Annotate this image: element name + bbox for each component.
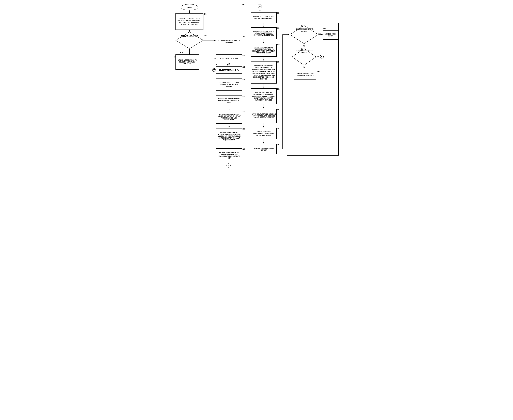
box-232-text: SYNCHRONIZE SPECIFIC SEQUENCES FROM CURR… xyxy=(252,92,276,101)
box-214-text: OPEN IMAGING FOLDER FOR REVIEW OF THE ME… xyxy=(217,82,241,87)
connector-b2: B xyxy=(212,68,216,72)
box-234: APPLY COMPUTERIZED DECISION SUPPORT TOOL… xyxy=(251,109,277,123)
connector-a2-label: A xyxy=(228,165,229,166)
diamond-240: SHOULD DATA WITHIN THE ELECTRONIC WORKFL… xyxy=(290,25,319,44)
num-228: 228 xyxy=(277,44,280,45)
box-222: RECEIVE SELECTION OF THE IMAGING PLANE(S… xyxy=(216,148,242,162)
box-244: SAVE THE COMPLETED WORKFLOW TEMPLATE xyxy=(294,69,316,80)
start-oval: START xyxy=(181,4,198,10)
num-232: 232 xyxy=(277,88,280,90)
num-230: 230 xyxy=(277,61,280,63)
connector-a2: A xyxy=(226,164,231,167)
num-216: 216 xyxy=(242,96,245,97)
box-214: OPEN IMAGING FOLDER FOR REVIEW OF THE ME… xyxy=(216,78,242,91)
num-202: 202 xyxy=(204,13,206,15)
num-206: 206 xyxy=(242,36,245,37)
box-224-text: RECEIVE SELECTION OF THE IMAGING DISPLAY… xyxy=(252,16,276,20)
num-244: 244 xyxy=(317,71,319,72)
no-label-204: NO xyxy=(201,39,203,40)
box-224: RECEIVE SELECTION OF THE IMAGING DISPLAY… xyxy=(251,12,277,23)
num-246: 246 xyxy=(323,28,326,30)
box-206: ACCESS EXISTING WORKFLOW TEMPLATE xyxy=(216,36,242,47)
box-212: SELECT PATIENT AND EXAM xyxy=(216,66,242,74)
num-226: 226 xyxy=(277,27,280,29)
box-212-text: SELECT PATIENT AND EXAM xyxy=(219,69,239,71)
start-label: START xyxy=(187,7,192,8)
num-224: 224 xyxy=(277,12,280,14)
yes-label-242: YES xyxy=(303,66,305,68)
box-220-text: RECEIVE SELECTION OF A SPECIFIC HANGING … xyxy=(217,132,241,141)
num-220: 220 xyxy=(242,128,245,130)
connector-b: B xyxy=(320,55,324,59)
no-label-242: NO xyxy=(317,56,319,58)
box-210-text: START DATA COLLECTION xyxy=(220,58,238,59)
yes-label-204: YES xyxy=(180,52,183,53)
num-238: 238 xyxy=(277,144,280,146)
box-218-text: RETRIEVE IMAGING STUDIES AND/OR REPORTS … xyxy=(217,113,241,121)
box-216: ACCESS AND DISPLAY PATIENT DEMOGRAPHIC A… xyxy=(216,96,242,106)
box-236: SAVE ELECTRONIC ANNOTATIONS FOR STORAGE … xyxy=(251,128,277,139)
box-226: RECEIVE SELECTION OF THE NAVIGATION SPEE… xyxy=(251,27,277,39)
box-238-text: GENERATE AN ELECTRONIC REPORT xyxy=(252,147,276,151)
num-214: 214 xyxy=(242,78,245,80)
box-244-text: SAVE THE COMPLETED WORKFLOW TEMPLATE xyxy=(295,72,315,76)
box-208: UTILIZE A BEST GUESS TO SELECT A WORKFLO… xyxy=(175,54,199,70)
diamond-240-text: SHOULD DATA WITHIN THE ELECTRONIC WORKFL… xyxy=(294,27,314,32)
box-234-text: APPLY COMPUTERIZED DECISION SUPPORT TOOL… xyxy=(252,113,276,119)
diamond-242: IS THE DATA COLLECTION FINALIZED xyxy=(292,48,316,66)
box-202: DISPLAY A GRAPHICAL USER INTERFACE HAVIN… xyxy=(175,13,203,30)
box-208-text: UTILIZE A BEST GUESS TO SELECT A WORKFLO… xyxy=(176,59,198,65)
box-228: SELECT SPECIFIC IMAGING PROCESS PARAMETE… xyxy=(251,44,277,57)
box-228-text: SELECT SPECIFIC IMAGING PROCESS PARAMETE… xyxy=(252,46,276,54)
box-230-text: HIGHLIGHT THE INDIVIDUAL IMAGES ACCORDIN… xyxy=(252,65,276,80)
connector-b2-label: B xyxy=(213,69,214,71)
num-234: 234 xyxy=(277,109,280,110)
box-218: RETRIEVE IMAGING STUDIES AND/OR REPORTS … xyxy=(216,111,242,124)
box-216-text: ACCESS AND DISPLAY PATIENT DEMOGRAPHIC A… xyxy=(217,98,241,104)
connector-b-label: B xyxy=(321,56,322,58)
num-204: 204 xyxy=(204,35,206,36)
yes-label-240: YES xyxy=(318,33,321,35)
box-202-text: DISPLAY A GRAPHICAL USER INTERFACE HAVIN… xyxy=(176,18,202,25)
num-242: 242 xyxy=(301,48,303,50)
num-212: 212 xyxy=(242,66,245,68)
num-222: 222 xyxy=(242,148,245,150)
diamond-242-text: IS THE DATA COLLECTION FINALIZED xyxy=(295,50,313,53)
num-210: 210 xyxy=(242,54,245,56)
num-208: 208 xyxy=(174,56,176,58)
box-210: START DATA COLLECTION xyxy=(216,54,242,62)
box-226-text: RECEIVE SELECTION OF THE NAVIGATION SPEE… xyxy=(252,30,276,36)
box-236-text: SAVE ELECTRONIC ANNOTATIONS FOR STORAGE … xyxy=(252,131,276,136)
box-220: RECEIVE SELECTION OF A SPECIFIC HANGING … xyxy=(216,128,242,144)
diamond-204-text: DOES THE USER DESIRE COMPUTER ASSISTANCE… xyxy=(180,34,199,38)
connector-a-label: A xyxy=(259,5,261,7)
no-label-240: NO xyxy=(303,45,305,46)
box-222-text: RECEIVE SELECTION OF THE IMAGING PLANE(S… xyxy=(217,151,241,159)
num-240: 240 xyxy=(301,25,303,27)
box-206-text: ACCESS EXISTING WORKFLOW TEMPLATE xyxy=(217,40,241,43)
box-246: ACCESS STEPS 212-238 xyxy=(323,30,339,40)
box-232: SYNCHRONIZE SPECIFIC SEQUENCES FROM CURR… xyxy=(251,88,277,104)
diamond-204: DOES THE USER DESIRE COMPUTER ASSISTANCE… xyxy=(175,32,203,49)
fig-label: FIG. xyxy=(242,4,246,6)
box-238: GENERATE AN ELECTRONIC REPORT xyxy=(251,144,277,154)
box-246-text: ACCESS STEPS 212-238 xyxy=(324,33,338,37)
box-230: HIGHLIGHT THE INDIVIDUAL IMAGES ACCORDIN… xyxy=(251,61,277,83)
num-236: 236 xyxy=(277,128,280,129)
connector-a: A xyxy=(258,4,262,8)
num-218: 218 xyxy=(242,111,245,112)
